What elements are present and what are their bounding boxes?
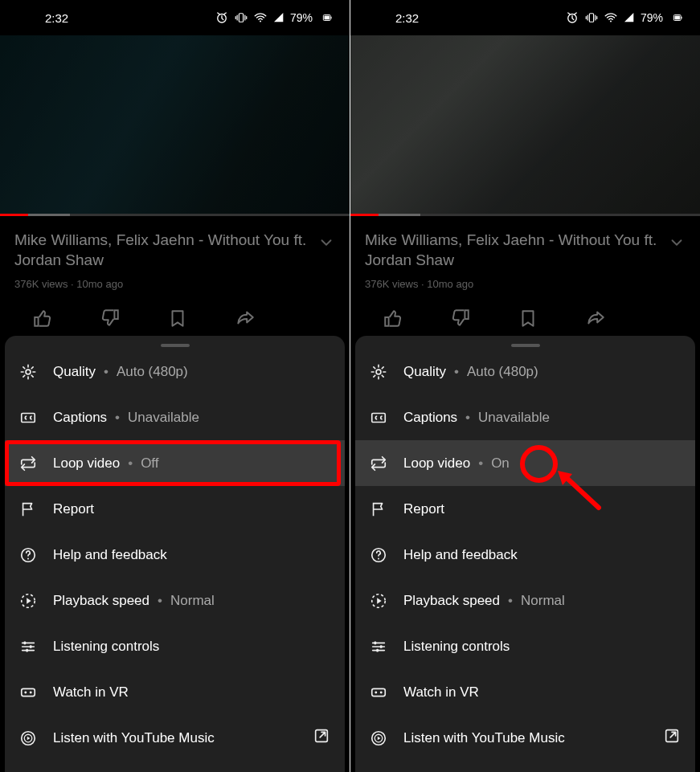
playback-speed-icon xyxy=(19,592,53,610)
video-player[interactable] xyxy=(0,35,350,214)
screenshot-left: 2:32 79% Mike Williams, Felix Jaehn - Wi… xyxy=(0,0,350,772)
menu-loop[interactable]: Loop video • Off xyxy=(5,440,345,486)
wifi-icon xyxy=(604,10,618,25)
cc-icon xyxy=(370,409,403,427)
chevron-down-icon[interactable] xyxy=(668,234,686,255)
ytmusic-icon xyxy=(19,729,53,747)
help-icon xyxy=(19,546,53,564)
action-row xyxy=(350,295,700,329)
vr-icon xyxy=(370,684,403,701)
status-bar: 2:32 79% xyxy=(0,0,350,35)
menu-speed[interactable]: Playback speed • Normal xyxy=(355,578,695,623)
bookmark-icon[interactable] xyxy=(518,308,538,329)
menu-speed[interactable]: Playback speed • Normal xyxy=(5,578,345,623)
like-icon[interactable] xyxy=(383,308,403,329)
sheet-handle[interactable] xyxy=(511,344,540,347)
status-bar: 2:32 79% xyxy=(350,0,700,35)
menu-captions[interactable]: Captions • Unavailable xyxy=(355,394,695,440)
battery-icon xyxy=(669,12,686,23)
ytmusic-icon xyxy=(370,729,403,747)
video-stats: 376K views · 10mo ago xyxy=(14,278,335,290)
battery-percent: 79% xyxy=(290,11,313,24)
menu-vr[interactable]: Watch in VR xyxy=(5,669,345,715)
sliders-icon xyxy=(370,638,403,656)
open-external-icon xyxy=(313,727,330,749)
settings-sheet: Quality • Auto (480p) Captions • Unavail… xyxy=(355,336,695,772)
menu-help[interactable]: Help and feedback xyxy=(355,532,695,578)
video-stats: 376K views · 10mo ago xyxy=(365,278,686,290)
dislike-icon[interactable] xyxy=(100,308,121,329)
loop-icon xyxy=(370,455,403,472)
vibrate-icon xyxy=(584,10,599,25)
menu-loop[interactable]: Loop video • On xyxy=(355,440,695,486)
menu-report[interactable]: Report xyxy=(5,486,345,532)
vr-icon xyxy=(19,684,53,701)
share-icon[interactable] xyxy=(585,308,606,329)
vibrate-icon xyxy=(234,10,248,25)
bookmark-icon[interactable] xyxy=(167,308,188,329)
menu-captions[interactable]: Captions • Unavailable xyxy=(5,394,345,440)
menu-vr[interactable]: Watch in VR xyxy=(355,669,695,715)
menu-quality[interactable]: Quality • Auto (480p) xyxy=(5,349,345,394)
playback-speed-icon xyxy=(370,592,403,610)
chevron-down-icon[interactable] xyxy=(317,234,335,255)
battery-percent: 79% xyxy=(641,11,663,24)
flag-icon xyxy=(19,500,53,518)
dislike-icon[interactable] xyxy=(450,308,471,329)
menu-quality[interactable]: Quality • Auto (480p) xyxy=(355,349,695,394)
share-icon[interactable] xyxy=(235,308,256,329)
sheet-handle[interactable] xyxy=(161,344,190,347)
loop-icon xyxy=(19,455,53,472)
alarm-icon xyxy=(215,10,229,25)
video-player[interactable] xyxy=(350,35,700,214)
signal-icon xyxy=(272,11,285,24)
menu-listening[interactable]: Listening controls xyxy=(355,623,695,669)
wifi-icon xyxy=(253,10,268,25)
video-title[interactable]: Mike Williams, Felix Jaehn - Without You… xyxy=(14,231,309,270)
signal-icon xyxy=(623,11,636,24)
battery-icon xyxy=(319,12,335,23)
sliders-icon xyxy=(19,638,53,656)
cc-icon xyxy=(19,409,53,427)
video-title[interactable]: Mike Williams, Felix Jaehn - Without You… xyxy=(365,231,660,270)
status-time: 2:32 xyxy=(45,11,68,25)
menu-ytmusic[interactable]: Listen with YouTube Music xyxy=(5,715,345,761)
help-icon xyxy=(370,546,403,564)
screenshot-right: 2:32 79% Mike Williams, Felix Jaehn - Wi… xyxy=(350,0,700,772)
menu-listening[interactable]: Listening controls xyxy=(5,623,345,669)
alarm-icon xyxy=(565,10,579,25)
open-external-icon xyxy=(663,727,681,749)
gear-icon xyxy=(370,363,403,381)
menu-ytmusic[interactable]: Listen with YouTube Music xyxy=(355,715,695,761)
like-icon[interactable] xyxy=(32,308,53,329)
status-time: 2:32 xyxy=(395,11,419,25)
gear-icon xyxy=(19,363,53,381)
settings-sheet: Quality • Auto (480p) Captions • Unavail… xyxy=(5,336,345,772)
flag-icon xyxy=(370,500,403,518)
menu-help[interactable]: Help and feedback xyxy=(5,532,345,578)
menu-report[interactable]: Report xyxy=(355,486,695,532)
action-row xyxy=(0,295,350,329)
